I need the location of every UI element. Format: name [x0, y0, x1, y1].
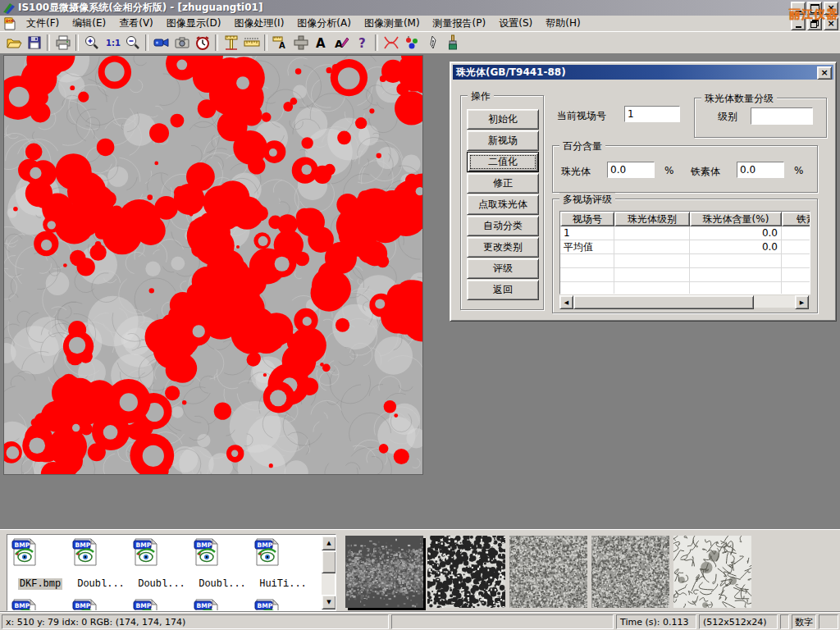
file-item[interactable]: BMPDoubl...: [193, 538, 252, 590]
thumbnail-1[interactable]: [345, 536, 423, 608]
menu-edit[interactable]: 编辑(E): [66, 15, 112, 32]
svg-text:?: ?: [358, 36, 366, 51]
thumbnail-4[interactable]: [591, 536, 669, 608]
child-minimize-button[interactable]: [791, 17, 806, 30]
menu-measure-report[interactable]: 测量报告(P): [427, 15, 493, 32]
classify-tool-icon[interactable]: [401, 33, 422, 52]
return-button[interactable]: 返回: [467, 280, 539, 300]
file-item[interactable]: BMP: [11, 599, 70, 611]
actual-size-icon[interactable]: 1:1: [102, 33, 122, 52]
camera-snapshot-icon[interactable]: [171, 33, 192, 52]
table-row-average[interactable]: 平均值 0.0: [560, 240, 810, 254]
save-file-icon[interactable]: [24, 33, 44, 52]
video-capture-icon[interactable]: [151, 33, 171, 52]
thumbnail-5[interactable]: [673, 536, 751, 608]
col-ferrite[interactable]: 铁素: [782, 212, 810, 226]
multifield-group-label: 多视场评级: [559, 193, 615, 207]
file-item[interactable]: BMPDoubl...: [71, 538, 130, 590]
zoom-in-icon[interactable]: [81, 33, 102, 52]
status-spare-2: [780, 614, 789, 629]
application-window: IS100显微摄像系统(金相分析版) - [zhuguangti01] × DO…: [0, 0, 840, 630]
pearlite-percent-input[interactable]: 0.0: [607, 162, 655, 178]
child-window-controls: ×: [791, 17, 838, 30]
measure-label-icon[interactable]: A: [270, 33, 290, 52]
open-file-icon[interactable]: [3, 33, 24, 52]
menu-view[interactable]: 查看(V): [112, 15, 160, 32]
scrollbar-thumb[interactable]: [322, 550, 336, 573]
curve-tool-icon[interactable]: [381, 33, 401, 52]
file-item[interactable]: BMPHuiTi...: [253, 538, 313, 590]
menu-settings[interactable]: 设置(S): [492, 15, 539, 32]
rating-table[interactable]: 视场号 珠光体级别 珠光体含量(%) 铁素 1 0.0 平均值 0.0: [559, 211, 810, 294]
toolbar-separator: [215, 34, 218, 51]
ruler-icon[interactable]: [241, 33, 262, 52]
level-input[interactable]: [751, 107, 813, 125]
scrollbar-thumb[interactable]: [573, 295, 754, 309]
scroll-down-icon[interactable]: ▼: [322, 595, 336, 609]
initialize-button[interactable]: 初始化: [467, 109, 539, 130]
zoom-out-icon[interactable]: [122, 33, 143, 52]
menu-file[interactable]: 文件(F): [20, 15, 66, 32]
col-field-number[interactable]: 视场号: [560, 212, 614, 226]
pearlite-percent-sign: %: [664, 165, 673, 176]
text-tool-icon[interactable]: A: [311, 33, 331, 52]
change-class-button[interactable]: 更改类别: [467, 237, 539, 258]
col-pearlite-grade[interactable]: 珠光体级别: [614, 212, 690, 226]
annotate-tool-icon[interactable]: A: [331, 33, 352, 52]
table-hscrollbar[interactable]: ◀ ▶: [559, 295, 809, 308]
scroll-left-icon[interactable]: ◀: [559, 295, 573, 309]
print-icon[interactable]: [52, 33, 73, 52]
binarize-button[interactable]: 二值化: [467, 152, 539, 172]
minimize-button[interactable]: [791, 2, 806, 15]
child-restore-button[interactable]: [807, 17, 822, 30]
menu-image-process[interactable]: 图像处理(I): [227, 15, 290, 32]
maximize-button[interactable]: [807, 2, 822, 15]
file-list-scrollbar[interactable]: ▲ ▼: [322, 536, 335, 609]
table-row-empty: [560, 268, 810, 282]
thumbnail-2[interactable]: [427, 536, 505, 608]
table-row[interactable]: 1 0.0: [560, 226, 810, 240]
svg-text:BMP: BMP: [197, 541, 212, 549]
file-browser[interactable]: BMPDKF.bmp BMPDoubl... BMPDoubl... BMPDo…: [7, 534, 336, 611]
title-bar[interactable]: IS100显微摄像系统(金相分析版) - [zhuguangti01] ×: [0, 0, 840, 16]
document-icon[interactable]: DOC: [3, 17, 16, 30]
col-pearlite-pct[interactable]: 珠光体含量(%): [690, 212, 782, 226]
current-field-label: 当前视场号: [557, 109, 606, 123]
menu-help[interactable]: 帮助(H): [539, 15, 587, 32]
help-icon[interactable]: ?: [352, 33, 372, 52]
dialog-title: 珠光体(GB/T9441-88): [456, 66, 566, 80]
toolbar-separator: [47, 34, 50, 51]
menu-image-display[interactable]: 图像显示(D): [160, 15, 228, 32]
menu-image-analysis[interactable]: 图像分析(A): [290, 15, 358, 32]
correct-button[interactable]: 修正: [467, 173, 539, 194]
child-close-button[interactable]: ×: [824, 17, 838, 30]
timer-icon[interactable]: [192, 33, 212, 52]
scroll-right-icon[interactable]: ▶: [795, 295, 809, 309]
caliper-icon[interactable]: [221, 33, 241, 52]
grade-button[interactable]: 评级: [467, 258, 539, 279]
scroll-up-icon[interactable]: ▲: [322, 536, 336, 550]
close-button[interactable]: ×: [824, 2, 838, 15]
file-item[interactable]: BMP: [193, 599, 252, 611]
merge-tool-icon[interactable]: [290, 33, 311, 52]
file-item[interactable]: BMP: [132, 599, 191, 611]
dialog-close-button[interactable]: ×: [817, 66, 832, 80]
file-item[interactable]: BMP: [71, 599, 130, 611]
toolbar-separator: [75, 34, 79, 51]
pearlite-dialog[interactable]: 珠光体(GB/T9441-88) × 操作 初始化 新视场 二值化 修正 点取珠…: [450, 62, 837, 322]
new-field-button[interactable]: 新视场: [467, 130, 539, 151]
brush-tool-icon[interactable]: [442, 33, 463, 52]
menu-image-measure[interactable]: 图像测量(M): [358, 15, 427, 32]
ferrite-percent-input[interactable]: 0.0: [737, 162, 784, 178]
thumbnail-3[interactable]: [509, 536, 587, 608]
current-field-input[interactable]: 1: [624, 106, 680, 122]
pick-pearlite-button[interactable]: 点取珠光体: [467, 194, 539, 215]
file-item[interactable]: BMPDoubl...: [132, 538, 191, 590]
micrograph-image[interactable]: [4, 56, 422, 474]
file-item[interactable]: BMP: [253, 599, 313, 611]
dialog-title-bar[interactable]: 珠光体(GB/T9441-88) ×: [453, 65, 833, 80]
file-item[interactable]: BMPDKF.bmp: [11, 538, 70, 590]
auto-classify-button[interactable]: 自动分类: [467, 216, 539, 236]
status-mode: 数字: [792, 614, 816, 629]
pen-tool-icon[interactable]: [422, 33, 442, 52]
